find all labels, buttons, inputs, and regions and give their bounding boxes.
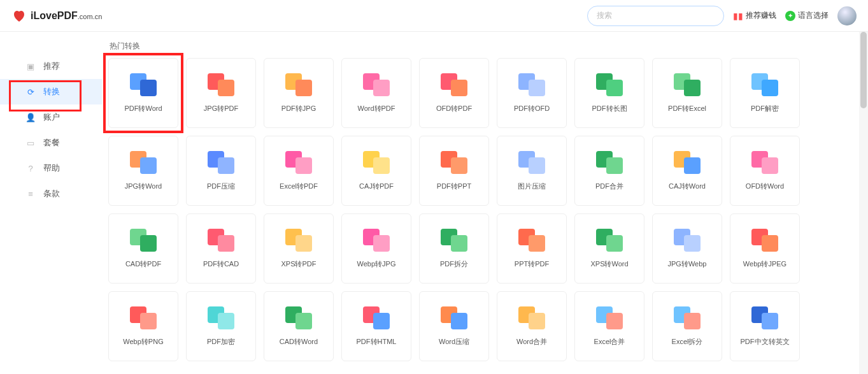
tool-card-6[interactable]: PDF转长图	[574, 58, 644, 128]
tool-label: OFD转PDF	[436, 104, 472, 113]
tool-icon	[596, 151, 623, 174]
tool-label: CAJ转PDF	[359, 182, 394, 191]
tool-card-15[interactable]: PDF合并	[574, 136, 644, 206]
tool-label: PDF加密	[207, 337, 235, 347]
tool-card-12[interactable]: CAJ转PDF	[341, 136, 411, 206]
tool-card-22[interactable]: PDF拆分	[419, 213, 489, 284]
refer-link[interactable]: ▮▮ 推荐赚钱	[733, 10, 776, 21]
tool-card-7[interactable]: PDF转Excel	[652, 58, 722, 128]
sidebar-item-5[interactable]: ≡条款	[0, 181, 102, 206]
tool-card-28[interactable]: PDF加密	[186, 291, 256, 361]
tool-icon	[518, 73, 545, 96]
tool-label: PDF转JPG	[281, 104, 316, 113]
tool-icon	[441, 151, 467, 174]
tool-icon	[285, 229, 312, 252]
tool-card-11[interactable]: Excel转PDF	[264, 136, 334, 206]
terms-icon: ≡	[25, 189, 36, 199]
tool-label: Excel拆分	[672, 337, 703, 347]
tool-card-8[interactable]: PDF解密	[730, 58, 800, 128]
tool-icon	[130, 306, 157, 329]
sidebar-item-label: 转换	[43, 86, 60, 97]
tool-card-1[interactable]: JPG转PDF	[186, 58, 256, 128]
tool-card-3[interactable]: Word转PDF	[341, 58, 411, 128]
tool-card-21[interactable]: Webp转JPG	[341, 213, 411, 284]
tool-label: Word合并	[516, 337, 547, 347]
card-icon: ▭	[25, 138, 36, 148]
search-input[interactable]: 搜索	[587, 6, 724, 26]
sidebar-item-4[interactable]: ?帮助	[0, 155, 102, 181]
tool-card-26[interactable]: Webp转JPEG	[730, 213, 800, 284]
tool-icon	[518, 151, 545, 174]
tool-label: Excel转PDF	[280, 182, 318, 191]
tool-grid: PDF转WordJPG转PDFPDF转JPGWord转PDFOFD转PDFPDF…	[108, 58, 853, 361]
tool-card-20[interactable]: XPS转PDF	[264, 213, 334, 284]
tool-card-9[interactable]: JPG转Word	[108, 136, 178, 206]
gift-icon: ▮▮	[733, 11, 743, 21]
tool-label: PDF合并	[595, 182, 623, 191]
tool-card-34[interactable]: Excel拆分	[652, 291, 722, 361]
tool-card-4[interactable]: OFD转PDF	[419, 58, 489, 128]
tool-card-27[interactable]: Webp转PNG	[108, 291, 178, 361]
tool-card-31[interactable]: Word压缩	[419, 291, 489, 361]
tool-label: PDF中文转英文	[741, 337, 790, 347]
tool-icon	[596, 306, 623, 329]
tool-label: PDF转CAD	[203, 259, 239, 269]
heart-icon	[11, 8, 27, 24]
tool-card-23[interactable]: PPT转PDF	[497, 213, 567, 284]
globe-icon: ✦	[785, 11, 795, 21]
sidebar-item-label: 条款	[43, 188, 60, 199]
sidebar-item-3[interactable]: ▭套餐	[0, 130, 102, 155]
tool-icon	[208, 151, 234, 174]
tool-icon	[674, 229, 701, 252]
scrollbar[interactable]	[859, 32, 868, 374]
avatar[interactable]	[837, 6, 857, 25]
tool-icon	[285, 306, 312, 329]
tool-label: Webp转JPG	[357, 259, 396, 269]
sidebar-item-0[interactable]: ▣推荐	[0, 54, 102, 79]
tool-label: PDF转OFD	[514, 104, 550, 113]
tool-card-17[interactable]: OFD转Word	[730, 136, 800, 206]
tool-label: PDF转HTML	[357, 337, 397, 347]
tool-label: PDF解密	[751, 104, 779, 113]
tool-icon	[518, 306, 545, 329]
tool-card-2[interactable]: PDF转JPG	[264, 58, 334, 128]
tool-card-30[interactable]: PDF转HTML	[341, 291, 411, 361]
sidebar-item-2[interactable]: 👤账户	[0, 104, 102, 130]
gift-icon: ▣	[25, 61, 36, 71]
tool-label: JPG转PDF	[204, 104, 238, 113]
scrollbar-thumb[interactable]	[860, 32, 867, 108]
tool-card-13[interactable]: PDF转PPT	[419, 136, 489, 206]
tool-icon	[363, 151, 390, 174]
tool-label: Excel合并	[594, 337, 625, 347]
tool-icon	[363, 73, 390, 96]
tool-icon	[596, 229, 623, 252]
language-select[interactable]: ✦ 语言选择	[785, 10, 829, 21]
sidebar-item-1[interactable]: ⟳转换	[0, 79, 102, 104]
section-title: 热门转换	[110, 41, 853, 52]
tool-label: OFD转Word	[746, 182, 784, 191]
sidebar-item-label: 套餐	[43, 137, 60, 148]
tool-icon	[441, 229, 467, 252]
tool-card-25[interactable]: JPG转Webp	[652, 213, 722, 284]
header: iLovePDF.com.cn 搜索 ▮▮ 推荐赚钱 ✦ 语言选择	[0, 0, 868, 32]
tool-card-33[interactable]: Excel合并	[574, 291, 644, 361]
tool-card-0[interactable]: PDF转Word	[108, 58, 178, 128]
tool-icon	[285, 73, 312, 96]
tool-card-10[interactable]: PDF压缩	[186, 136, 256, 206]
tool-card-24[interactable]: XPS转Word	[574, 213, 644, 284]
tool-card-32[interactable]: Word合并	[497, 291, 567, 361]
tool-card-29[interactable]: CAD转Word	[264, 291, 334, 361]
tool-label: XPS转PDF	[281, 259, 316, 269]
tool-card-16[interactable]: CAJ转Word	[652, 136, 722, 206]
tool-card-18[interactable]: CAD转PDF	[108, 213, 178, 284]
tool-card-5[interactable]: PDF转OFD	[497, 58, 567, 128]
tool-card-35[interactable]: PDF中文转英文	[730, 291, 800, 361]
tool-card-14[interactable]: 图片压缩	[497, 136, 567, 206]
user-icon: 👤	[25, 112, 36, 122]
tool-icon	[208, 73, 234, 96]
logo[interactable]: iLovePDF.com.cn	[11, 8, 102, 24]
sidebar-item-label: 账户	[43, 111, 60, 123]
tool-card-19[interactable]: PDF转CAD	[186, 213, 256, 284]
tool-label: Webp转PNG	[123, 337, 163, 347]
tool-icon	[363, 306, 390, 329]
